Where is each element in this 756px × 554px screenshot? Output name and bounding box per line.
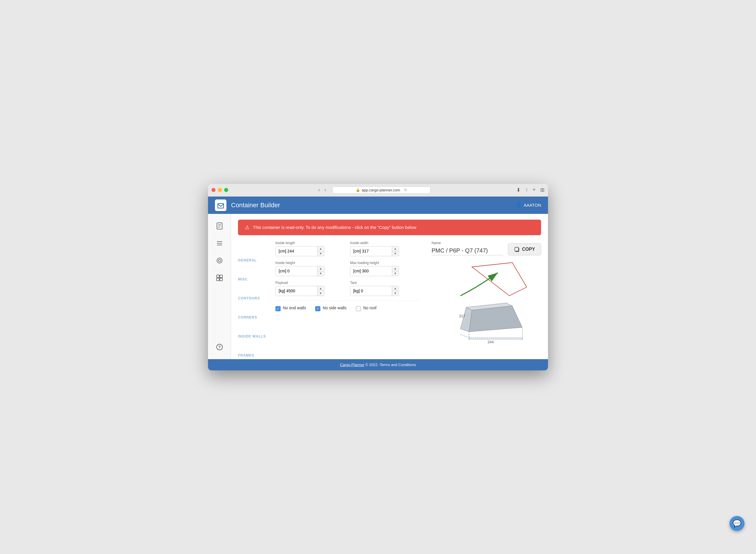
payload-spinner[interactable]: ▲ ▼ [317, 286, 324, 296]
section-frames[interactable]: FRAMES [238, 353, 275, 357]
inside-height-field[interactable] [276, 266, 317, 276]
close-button[interactable] [211, 188, 215, 192]
payload-field[interactable] [276, 286, 317, 295]
form-right: Name COPY [432, 241, 541, 359]
max-loading-height-down[interactable]: ▼ [392, 271, 398, 276]
user-name: AAATON [524, 203, 541, 208]
app-body: ? ⚠ This container is read-only. To do a… [208, 214, 548, 359]
no-side-walls-label: No side walls [323, 306, 346, 310]
name-label: Name [432, 241, 503, 245]
inside-length-spinner[interactable]: ▲ ▼ [317, 246, 324, 256]
max-loading-height-up[interactable]: ▲ [392, 266, 398, 271]
annotation-arrow [449, 264, 512, 298]
inside-length-field[interactable] [276, 246, 317, 256]
no-side-walls-item: ✓ No side walls [315, 306, 346, 311]
svg-text:?: ? [218, 345, 221, 349]
svg-rect-13 [220, 278, 223, 281]
payload-group: Payload ▲ ▼ [275, 281, 345, 296]
tare-input[interactable]: ▲ ▼ [350, 286, 399, 296]
minimize-button[interactable] [218, 188, 222, 192]
fields-area: Inside length ▲ ▼ [275, 241, 420, 357]
svg-line-26 [460, 335, 469, 337]
fullscreen-button[interactable] [224, 188, 228, 192]
no-side-walls-checkbox[interactable]: ✓ [315, 306, 320, 311]
inside-height-label: Inside height [275, 261, 345, 265]
sidebar-item-document[interactable] [212, 219, 227, 233]
inside-height-input[interactable]: ▲ ▼ [275, 266, 324, 276]
section-general[interactable]: GENERAL [238, 258, 275, 262]
svg-rect-0 [218, 204, 224, 208]
download-icon[interactable]: ⬇ [516, 187, 521, 193]
inside-length-up[interactable]: ▲ [317, 246, 324, 252]
user-info: 👤 AAATON [516, 203, 541, 208]
url-text: app.cargo-planner.com [362, 188, 400, 192]
length-width-row: Inside length ▲ ▼ [275, 241, 420, 256]
inside-width-spinner[interactable]: ▲ ▼ [392, 246, 398, 256]
no-end-walls-label: No end walls [283, 306, 306, 310]
tare-field[interactable] [350, 286, 392, 295]
max-loading-height-label: Max loading height [350, 261, 420, 265]
section-corners[interactable]: CORNERS [238, 315, 275, 319]
payload-input[interactable]: ▲ ▼ [275, 286, 324, 296]
sidebar-item-list[interactable] [212, 236, 227, 251]
section-inside-walls[interactable]: INSIDE WALLS [238, 334, 275, 338]
alert-banner: ⚠ This container is read-only. To do any… [238, 220, 541, 235]
user-icon: 👤 [516, 203, 521, 208]
inside-width-field[interactable] [350, 246, 392, 256]
inside-width-up[interactable]: ▲ [392, 246, 398, 252]
tare-label: Tare [350, 281, 420, 285]
height-row: Inside height ▲ ▼ [275, 261, 420, 276]
name-input[interactable] [432, 246, 503, 256]
svg-rect-11 [220, 275, 223, 278]
chat-bubble[interactable]: 💬 [730, 516, 745, 531]
alert-icon: ⚠ [245, 224, 250, 231]
sidebar-item-grid[interactable] [212, 270, 227, 285]
footer-link[interactable]: Cargo-Planner [340, 363, 365, 367]
inside-height-spinner[interactable]: ▲ ▼ [317, 266, 324, 276]
preview-area: 317 244 [432, 261, 541, 359]
no-roof-item: No roof [356, 306, 377, 311]
payload-up[interactable]: ▲ [317, 286, 324, 291]
tare-spinner[interactable]: ▲ ▼ [392, 286, 398, 296]
copy-icon [514, 246, 520, 252]
grid-icon[interactable]: ⊞ [540, 187, 545, 193]
copy-button[interactable]: COPY [508, 243, 541, 256]
name-group: Name [432, 241, 503, 256]
sidebar-item-help[interactable]: ? [212, 340, 227, 354]
inside-height-up[interactable]: ▲ [317, 266, 324, 271]
tare-down[interactable]: ▼ [392, 291, 398, 296]
inside-width-down[interactable]: ▼ [392, 252, 398, 256]
sidebar-item-stack[interactable] [212, 253, 227, 268]
traffic-lights[interactable] [211, 188, 228, 192]
alert-text: This container is read-only. To do any m… [253, 225, 416, 230]
no-end-walls-checkbox[interactable]: ✓ [275, 306, 280, 311]
address-bar[interactable]: 🔒 app.cargo-planner.com ↻ [332, 186, 430, 194]
new-tab-icon[interactable]: + [532, 187, 536, 193]
section-misc[interactable]: MISC [238, 277, 275, 281]
app-title: Container Builder [231, 202, 280, 209]
inside-width-input[interactable]: ▲ ▼ [350, 246, 399, 256]
max-loading-height-field[interactable] [350, 266, 392, 276]
svg-text:244: 244 [488, 340, 494, 344]
tare-up[interactable]: ▲ [392, 286, 398, 291]
no-roof-checkbox[interactable] [356, 306, 361, 311]
section-contours[interactable]: CONTOURS [238, 296, 275, 300]
app-footer: Cargo-Planner © 2022 -Terms and Conditio… [208, 359, 548, 370]
payload-tare-row: Payload ▲ ▼ [275, 281, 420, 296]
max-loading-height-input[interactable]: ▲ ▼ [350, 266, 399, 276]
inside-length-input[interactable]: ▲ ▼ [275, 246, 324, 256]
svg-rect-10 [217, 275, 219, 278]
back-button[interactable]: ‹ [317, 187, 321, 193]
svg-point-8 [217, 258, 222, 263]
inside-length-group: Inside length ▲ ▼ [275, 241, 345, 256]
no-end-walls-item: ✓ No end walls [275, 306, 306, 311]
inside-length-down[interactable]: ▼ [317, 252, 324, 256]
inside-width-group: Inside width ▲ ▼ [350, 241, 420, 256]
share-icon[interactable]: ↑ [525, 187, 528, 193]
forward-button[interactable]: › [323, 187, 328, 193]
title-bar: ‹ › 🔒 app.cargo-planner.com ↻ ⬇ ↑ + ⊞ [208, 184, 548, 197]
checkbox-row: ✓ No end walls ✓ No side walls No roof [275, 306, 420, 311]
max-loading-height-spinner[interactable]: ▲ ▼ [392, 266, 398, 276]
payload-down[interactable]: ▼ [317, 291, 324, 296]
inside-height-down[interactable]: ▼ [317, 271, 324, 276]
